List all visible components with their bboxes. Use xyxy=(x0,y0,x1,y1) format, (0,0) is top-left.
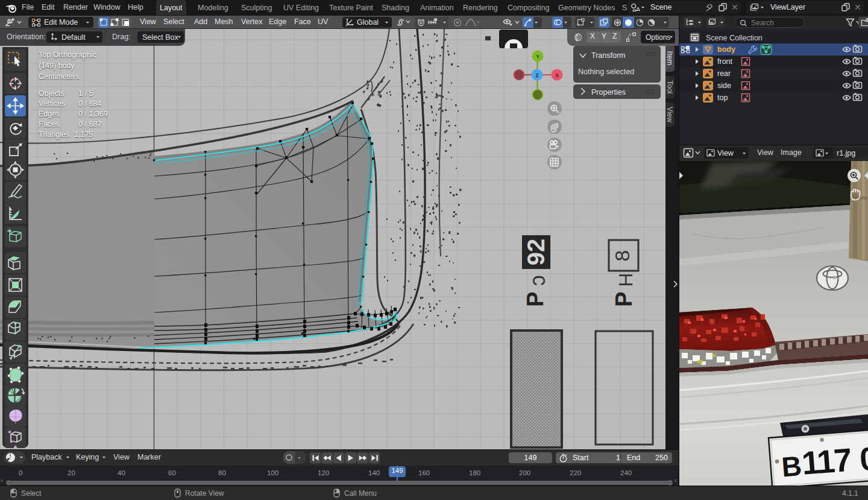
svg-text:top: top xyxy=(717,93,728,102)
svg-text:X: X xyxy=(555,72,559,78)
svg-text:P: P xyxy=(523,291,548,306)
svg-text:Properties: Properties xyxy=(591,88,626,97)
svg-text:H: H xyxy=(615,273,637,286)
svg-text:side: side xyxy=(717,81,731,90)
svg-text:front: front xyxy=(717,57,733,66)
svg-text:Transform: Transform xyxy=(591,51,626,60)
svg-text:body: body xyxy=(717,45,735,54)
svg-text:Z: Z xyxy=(535,72,538,78)
svg-text:Scene Collection: Scene Collection xyxy=(706,34,763,42)
svg-text:View: View xyxy=(665,107,674,122)
svg-text:rear: rear xyxy=(717,69,731,78)
svg-text:P: P xyxy=(611,291,637,306)
svg-text:92: 92 xyxy=(523,239,549,266)
svg-text:8: 8 xyxy=(611,250,634,262)
svg-text:B: B xyxy=(781,450,803,483)
svg-text:Nothing selected: Nothing selected xyxy=(578,68,634,76)
svg-text:c: c xyxy=(528,275,553,286)
svg-text:Y: Y xyxy=(536,54,539,60)
svg-text:Tool: Tool xyxy=(665,80,674,93)
svg-text:117: 117 xyxy=(800,441,852,481)
svg-text:Item: Item xyxy=(665,51,674,65)
